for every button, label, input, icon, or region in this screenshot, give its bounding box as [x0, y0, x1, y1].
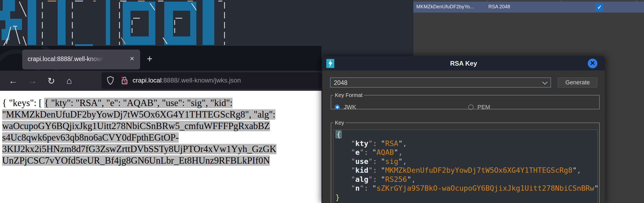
json-text-selected: s4Uc8qwk6pev63qb8no6aCVY0dFpthEGtOP- [2, 132, 179, 143]
json-entry-kid: "kid":"MKMZkDenUfuDF2byYowDj7tW5Ox6XG4Y1… [334, 166, 597, 175]
json-text-selected: "MKMZkDenUfuDF2byYowDj7tW5Ox6XG4Y1THTEGS… [2, 109, 275, 120]
json-line: waOcupoGY6BQjixJkg1Uitt278NbiCSnBRw5_cmf… [0, 120, 321, 132]
open-brace: { [335, 130, 342, 138]
home-icon[interactable]: ⌂ [66, 76, 72, 86]
firefox-window: crapi.local:8888/.well-known × + ← → ↻ ⌂ [0, 46, 321, 203]
dialog-title: RSA Key [322, 60, 605, 67]
key-legend: Key [333, 120, 346, 126]
url-bar[interactable]: crapi.local:8888/.well-known/jwks.json [102, 72, 321, 89]
generate-button[interactable]: Generate [558, 77, 597, 88]
browser-nav-bar: ← → ↻ ⌂ crapi.local:8888/.well-known/jwk… [0, 71, 321, 91]
radio-selected-icon[interactable] [335, 104, 340, 110]
tab-title: crapi.local:8888/.well-known [28, 55, 105, 63]
dialog-close-button[interactable]: ✕ [588, 59, 597, 68]
radio-unselected-icon[interactable] [468, 104, 474, 110]
reload-icon[interactable]: ↻ [47, 76, 55, 86]
json-line: 3KIJ2kx2i5HNzm8d7fG3ZswZrttDVbSSTy8UjPTO… [0, 143, 321, 155]
json-entry-use: "use":"sig", [334, 157, 597, 166]
radio-pem[interactable]: PEM [468, 104, 490, 110]
json-text-selected: UnZPjCSC7vYOfd5teUR_Bf4jg8GN6UnLbr_Et8HU… [2, 155, 270, 166]
back-icon[interactable]: ← [9, 76, 18, 86]
dialog-title-bar[interactable]: RSA Key ✕ [322, 56, 605, 70]
key-table-row[interactable]: MKMZkDenUfuDF2byYo... RSA 2048 ✓ [413, 2, 644, 13]
json-text-selected: waOcupoGY6BQjixJkg1Uitt278NbiCSnBRw5_cmf… [2, 121, 270, 131]
json-line: "MKMZkDenUfuDF2byYowDj7tW5Ox6XG4Y1THTEGS… [0, 109, 321, 120]
key-format-legend: Key Format [333, 92, 364, 98]
key-selected-checkbox[interactable]: ✓ [596, 3, 603, 11]
url-text[interactable]: crapi.local:8888/.well-known/jwks.json [133, 77, 241, 84]
jwt-tool-ascii-banner-art [0, 0, 413, 46]
url-host: crapi.local [133, 77, 162, 84]
browser-tab[interactable]: crapi.local:8888/.well-known × [22, 50, 140, 69]
url-path: :8888/.well-known/jwks.json [162, 77, 241, 84]
radio-jwk[interactable]: JWK [335, 104, 356, 110]
close-brace: } [335, 193, 340, 201]
json-close-brace-line: } [334, 193, 597, 202]
key-type-cell: RSA 2048 [488, 4, 510, 10]
desktop: MKMZkDenUfuDF2byYo... RSA 2048 ✓ crapi.l… [0, 0, 644, 203]
json-entry-e: "e":"AQAB", [334, 148, 597, 157]
radio-jwk-label: JWK [344, 104, 356, 110]
json-text-selected: { "kty": "RSA", "e": "AQAB", "use": "sig… [44, 98, 233, 108]
forward-icon[interactable]: → [28, 76, 37, 86]
json-open-brace-line: { [334, 130, 597, 139]
chevron-down-icon [542, 79, 548, 85]
key-group: Key { "kty":"RSA", "e":"AQAB", "use":"si… [331, 120, 600, 203]
json-entry-alg: "alg":"RS256", [334, 175, 597, 184]
key-json-textarea[interactable]: { "kty":"RSA", "e":"AQAB", "use":"sig", … [333, 130, 598, 203]
key-kid-cell: MKMZkDenUfuDF2byYo... [416, 4, 474, 10]
json-entry-kty: "kty":"RSA", [334, 139, 597, 148]
new-tab-button[interactable]: + [147, 54, 152, 64]
key-size-value: 2048 [334, 78, 347, 87]
json-entry-n: "n":"sZKrGYja9S7BkO-waOcupoGY6BQjixJkg1U… [334, 184, 597, 193]
insecure-lock-icon[interactable] [120, 76, 129, 87]
json-line: UnZPjCSC7vYOfd5teUR_Bf4jg8GN6UnLbr_Et8HU… [0, 155, 321, 166]
key-size-dropdown[interactable]: 2048 [330, 77, 551, 88]
tab-close-icon[interactable]: × [130, 54, 134, 63]
rsa-key-dialog: RSA Key ✕ 2048 Generate Key Format JWK P… [322, 56, 605, 203]
key-format-group: Key Format JWK PEM [331, 92, 600, 109]
json-text: { "keys": [ [2, 98, 44, 108]
json-line: s4Uc8qwk6pev63qb8no6aCVY0dFpthEGtOP- [0, 132, 321, 143]
radio-pem-label: PEM [477, 104, 490, 110]
shield-permissions-icon[interactable] [107, 76, 114, 86]
json-text-selected: 3KIJ2kx2i5HNzm8d7fG3ZswZrttDVbSSTy8UjPTO… [2, 144, 276, 154]
json-line: { "keys": [ { "kty": "RSA", "e": "AQAB",… [0, 97, 321, 109]
jwks-json-page: { "keys": [ { "kty": "RSA", "e": "AQAB",… [0, 91, 321, 203]
browser-tab-bar: crapi.local:8888/.well-known × + [0, 47, 321, 71]
